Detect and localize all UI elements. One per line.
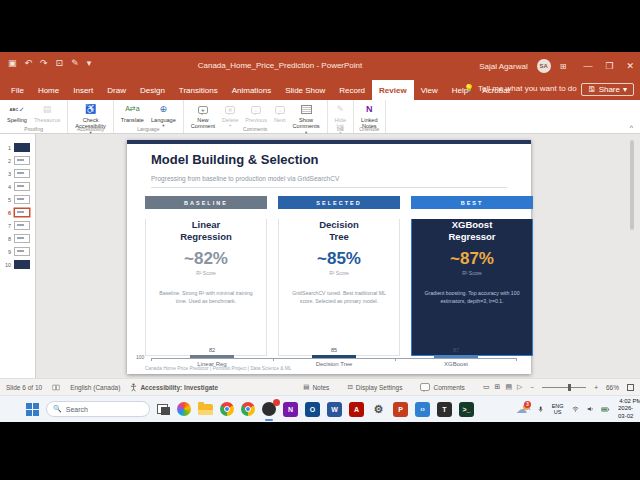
slide-thumbnail-9[interactable]: 9	[0, 245, 35, 258]
model-card-baseline[interactable]: Baseline Linear Regression ~82% R² Score…	[145, 196, 267, 356]
language-status[interactable]: English (Canada)	[70, 384, 120, 391]
battery-icon[interactable]	[601, 406, 609, 413]
clock[interactable]: 4:02 PM 2026-03-02	[618, 398, 640, 421]
translate-button[interactable]: A⇄aTranslate	[119, 102, 146, 124]
model-card-selected[interactable]: Selected Decision Tree ~85% R² Score Gri…	[278, 196, 400, 356]
ribbon-group-proofing: ABC✓Spelling▤ThesaurusProofing	[0, 100, 68, 133]
close-icon[interactable]: ✕	[626, 61, 634, 71]
tab-home[interactable]: Home	[31, 80, 66, 100]
qat-customize-icon[interactable]: ▾	[87, 58, 92, 68]
hide-ink-icon: ✎	[337, 103, 345, 116]
notes-button[interactable]: ▤Notes	[303, 383, 329, 391]
slide-thumbnail-10[interactable]: 10	[0, 258, 35, 271]
zoom-knob[interactable]	[568, 384, 571, 391]
weather-widget[interactable]: ☁ 3	[516, 404, 527, 415]
undo-icon[interactable]: ↶	[25, 58, 33, 68]
thumbnail-number: 2	[2, 158, 11, 164]
vscode-icon[interactable]: ‹›	[415, 402, 430, 417]
slide-thumbnail-7[interactable]: 7	[0, 219, 35, 232]
slide-thumbnail-1[interactable]: 1	[0, 141, 35, 154]
slide-sorter-icon[interactable]: ⊞	[495, 383, 501, 391]
volume-icon[interactable]	[587, 405, 594, 413]
start-icon[interactable]	[26, 403, 39, 416]
thumbnail-number: 7	[2, 223, 11, 229]
minimize-icon[interactable]: —	[583, 61, 592, 71]
tab-design[interactable]: Design	[133, 80, 172, 100]
wifi-icon[interactable]	[572, 405, 579, 413]
acrobat-icon[interactable]: A	[349, 402, 364, 417]
window-title: Canada_Home_Price_Prediction - PowerPoin…	[120, 61, 440, 70]
share-button[interactable]: 🖻 Share ▾	[581, 83, 634, 96]
ribbon-group-label: OneNote	[354, 126, 384, 132]
tab-view[interactable]: View	[414, 80, 445, 100]
onenote-icon[interactable]: N	[283, 402, 298, 417]
tab-draw[interactable]: Draw	[100, 80, 133, 100]
slideshow-view-icon[interactable]: ▷	[517, 383, 522, 391]
powerpoint-icon[interactable]: P	[393, 402, 408, 417]
tab-insert[interactable]: Insert	[66, 80, 100, 100]
copilot-icon[interactable]	[177, 402, 191, 416]
score-label: R² Score	[279, 270, 399, 276]
fit-slide-icon[interactable]	[627, 384, 634, 391]
tab-slide-show[interactable]: Slide Show	[278, 80, 332, 100]
notepad-icon[interactable]: T	[437, 402, 452, 417]
chart-tick	[273, 358, 274, 361]
quick-access-toolbar: ▣ ↶ ↷ ⊡ ✎ ▾	[8, 58, 91, 68]
language-switcher[interactable]: ENG US	[552, 403, 564, 416]
reading-view-icon[interactable]: ▤	[505, 383, 512, 391]
task-view-icon[interactable]	[157, 404, 170, 415]
microphone-icon[interactable]	[538, 405, 543, 414]
zoom-level[interactable]: 66%	[606, 384, 619, 391]
save-icon[interactable]: ▣	[8, 58, 17, 68]
tab-animations[interactable]: Animations	[225, 80, 279, 100]
slide-thumbnail-6[interactable]: 6	[0, 206, 35, 219]
slide-canvas[interactable]: Model Building & Selection Progressing f…	[127, 140, 531, 374]
zoom-in-icon[interactable]: +	[594, 384, 598, 391]
start-slideshow-icon[interactable]: ⊡	[56, 58, 64, 68]
slide-thumbnail-5[interactable]: 5	[0, 193, 35, 206]
slide-position: Slide 6 of 10	[6, 384, 42, 391]
tab-file[interactable]: File	[4, 80, 31, 100]
active-app-icon[interactable]	[262, 402, 276, 416]
slide-thumbnail-2[interactable]: 2	[0, 154, 35, 167]
taskbar-search[interactable]: 🔍 Search	[46, 401, 150, 417]
outlook-icon[interactable]: O	[305, 402, 320, 417]
collapse-ribbon-icon[interactable]: ^	[630, 124, 633, 131]
settings-icon[interactable]: ⚙	[371, 402, 386, 417]
word-icon[interactable]: W	[327, 402, 342, 417]
terminal-icon[interactable]: >_	[459, 402, 474, 417]
slide-thumbnail-8[interactable]: 8	[0, 232, 35, 245]
taskbar-icons: 🔍 Search NOWA⚙P‹›T>_	[26, 401, 474, 417]
spelling-button[interactable]: ABC✓Spelling	[5, 102, 29, 124]
slide-thumbnail-4[interactable]: 4	[0, 180, 35, 193]
thumbnail-number: 4	[2, 184, 11, 190]
comments-button[interactable]: Comments	[420, 383, 464, 391]
slide-footer: Canada Home Price Predictor | Portfolio …	[145, 366, 291, 371]
tab-transitions[interactable]: Transitions	[172, 80, 225, 100]
chart-tick	[516, 358, 517, 361]
tab-record[interactable]: Record	[332, 80, 372, 100]
screen: ▣ ↶ ↷ ⊡ ✎ ▾ Canada_Home_Price_Prediction…	[0, 0, 640, 480]
button-label: Previous	[245, 117, 267, 123]
redo-icon[interactable]: ↷	[40, 58, 48, 68]
thumbnail-number: 5	[2, 197, 11, 203]
canvas-scrollbar[interactable]	[630, 140, 634, 230]
zoom-slider[interactable]	[542, 387, 586, 388]
accessibility-status[interactable]: Accessibility: Investigate	[130, 383, 218, 392]
tell-me-search[interactable]: 💡 Tell me what you want to do	[464, 84, 577, 93]
pen-icon[interactable]: ✎	[71, 58, 79, 68]
restore-icon[interactable]: ❐	[605, 61, 613, 71]
slide-thumbnail-3[interactable]: 3	[0, 167, 35, 180]
chrome-icon[interactable]	[220, 402, 234, 416]
zoom-out-icon[interactable]: −	[530, 384, 534, 391]
avatar[interactable]: SA	[537, 59, 551, 73]
display-settings-button[interactable]: ⊡Display Settings	[347, 383, 402, 391]
divider	[151, 187, 507, 188]
file-explorer-icon[interactable]	[198, 404, 213, 415]
spell-check-icon[interactable]	[52, 384, 60, 391]
tab-review[interactable]: Review	[372, 80, 414, 100]
chrome-profile-icon[interactable]	[241, 402, 255, 416]
ribbon-display-options-icon[interactable]: ⊞	[560, 62, 567, 71]
model-card-best[interactable]: Best XGBoost Regressor ~87% R² Score Gra…	[411, 196, 533, 356]
normal-view-icon[interactable]: ▭	[483, 383, 490, 391]
